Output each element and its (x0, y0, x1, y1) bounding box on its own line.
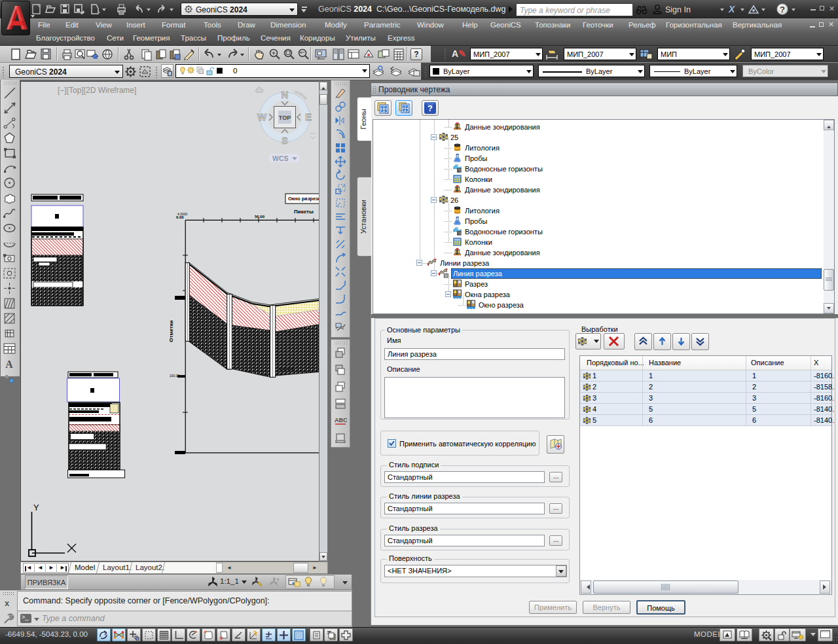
svg-text:Пикеты: Пикеты (294, 209, 314, 215)
svg-text:?: ? (428, 103, 433, 113)
svg-text:Окно разреза: Окно разреза (288, 196, 321, 202)
svg-text:4.0000: 4.0000 (177, 212, 188, 216)
svg-text:Отметки: Отметки (168, 320, 174, 342)
svg-text:A: A (5, 359, 13, 370)
svg-text:50.00: 50.00 (255, 215, 265, 219)
svg-text:ABC: ABC (335, 417, 348, 423)
svg-text:100.00: 100.00 (170, 374, 180, 378)
svg-text:Y: Y (33, 503, 39, 512)
